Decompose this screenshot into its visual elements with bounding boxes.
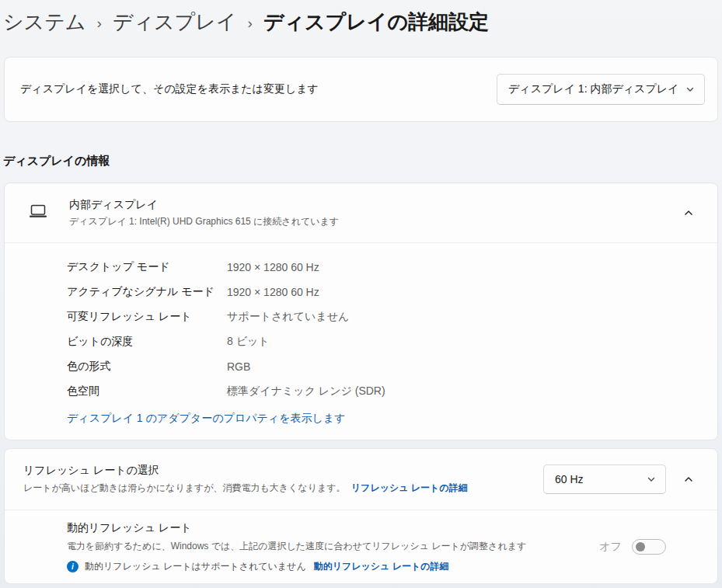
info-row-variable-refresh-rate: 可変リフレッシュ レート サポートされていません	[67, 304, 717, 329]
info-label: デスクトップ モード	[67, 260, 227, 274]
laptop-icon	[28, 202, 48, 224]
display-info-title: 内部ディスプレイ	[69, 198, 339, 212]
info-row-bit-depth: ビットの深度 8 ビット	[67, 329, 717, 354]
dynamic-refresh-rate-title: 動的リフレッシュ レート	[67, 521, 526, 535]
info-icon	[67, 561, 78, 572]
dynamic-refresh-rate-description: 電力を節約するために、Windows では、上記の選択した速度に合わせてリフレッ…	[67, 540, 526, 553]
chevron-down-icon	[647, 475, 656, 484]
info-label: 色の形式	[67, 360, 227, 374]
info-value: サポートされていません	[227, 310, 349, 324]
info-value: 1920 × 1280 60 Hz	[227, 261, 319, 273]
dynamic-refresh-rate-status: 動的リフレッシュ レートはサポートされていません	[85, 560, 306, 573]
display-select-value: ディスプレイ 1: 内部ディスプレイ	[508, 82, 678, 96]
breadcrumb-item-system[interactable]: システム	[3, 9, 85, 36]
chevron-up-icon[interactable]	[683, 207, 694, 218]
breadcrumb: システム › ディスプレイ › ディスプレイの詳細設定	[0, 0, 722, 37]
display-info-section-title: ディスプレイの情報	[3, 154, 722, 169]
breadcrumb-separator-icon: ›	[247, 13, 252, 32]
info-value: 標準ダイナミック レンジ (SDR)	[227, 384, 385, 398]
refresh-rate-description: レートが高いほど動きは滑らかになりますが、消費電力も大きくなります。 リフレッシ…	[23, 482, 543, 495]
breadcrumb-current-page-title: ディスプレイの詳細設定	[263, 9, 489, 36]
info-row-color-format: 色の形式 RGB	[67, 354, 717, 379]
display-info-card: 内部ディスプレイ ディスプレイ 1: Intel(R) UHD Graphics…	[4, 183, 718, 440]
refresh-rate-description-text: レートが高いほど動きは滑らかになりますが、消費電力も大きくなります。	[23, 482, 345, 493]
refresh-rate-learn-more-link[interactable]: リフレッシュ レートの詳細	[351, 482, 468, 493]
info-row-color-space: 色空間 標準ダイナミック レンジ (SDR)	[67, 379, 717, 404]
dynamic-refresh-rate-section: 動的リフレッシュ レート 電力を節約するために、Windows では、上記の選択…	[5, 510, 717, 583]
dynamic-refresh-rate-learn-more-link[interactable]: 動的リフレッシュ レートの詳細	[314, 560, 449, 573]
info-row-desktop-mode: デスクトップ モード 1920 × 1280 60 Hz	[67, 255, 717, 280]
refresh-rate-title: リフレッシュ レートの選択	[23, 464, 543, 478]
display-info-expander-header[interactable]: 内部ディスプレイ ディスプレイ 1: Intel(R) UHD Graphics…	[5, 183, 717, 242]
breadcrumb-item-display[interactable]: ディスプレイ	[113, 9, 237, 36]
chevron-down-icon	[685, 85, 695, 94]
adapter-properties-link[interactable]: ディスプレイ 1 のアダプターのプロパティを表示します	[67, 412, 345, 426]
refresh-rate-card: リフレッシュ レートの選択 レートが高いほど動きは滑らかになりますが、消費電力も…	[4, 448, 718, 584]
info-value: RGB	[227, 360, 250, 373]
refresh-rate-value: 60 Hz	[555, 473, 584, 485]
info-row-active-signal-mode: アクティブなシグナル モード 1920 × 1280 60 Hz	[67, 280, 717, 304]
dynamic-refresh-rate-toggle[interactable]	[632, 539, 666, 555]
display-select-dropdown[interactable]: ディスプレイ 1: 内部ディスプレイ	[497, 74, 705, 105]
display-info-details: デスクトップ モード 1920 × 1280 60 Hz アクティブなシグナル …	[5, 243, 717, 440]
display-select-card: ディスプレイを選択して、その設定を表示または変更します ディスプレイ 1: 内部…	[4, 57, 718, 122]
refresh-rate-header: リフレッシュ レートの選択 レートが高いほど動きは滑らかになりますが、消費電力も…	[5, 449, 717, 510]
display-info-subtitle: ディスプレイ 1: Intel(R) UHD Graphics 615 に接続さ…	[69, 215, 339, 228]
info-value: 8 ビット	[227, 335, 270, 349]
toggle-knob	[636, 542, 645, 551]
toggle-state-label: オフ	[599, 540, 622, 554]
info-label: 色空間	[67, 384, 227, 398]
display-select-label: ディスプレイを選択して、その設定を表示または変更します	[20, 82, 497, 96]
info-label: 可変リフレッシュ レート	[67, 310, 227, 324]
refresh-rate-dropdown[interactable]: 60 Hz	[543, 464, 666, 494]
chevron-up-icon[interactable]	[683, 474, 694, 485]
breadcrumb-separator-icon: ›	[96, 13, 101, 32]
info-label: アクティブなシグナル モード	[67, 285, 227, 299]
info-label: ビットの深度	[67, 335, 227, 349]
info-value: 1920 × 1280 60 Hz	[227, 286, 319, 298]
